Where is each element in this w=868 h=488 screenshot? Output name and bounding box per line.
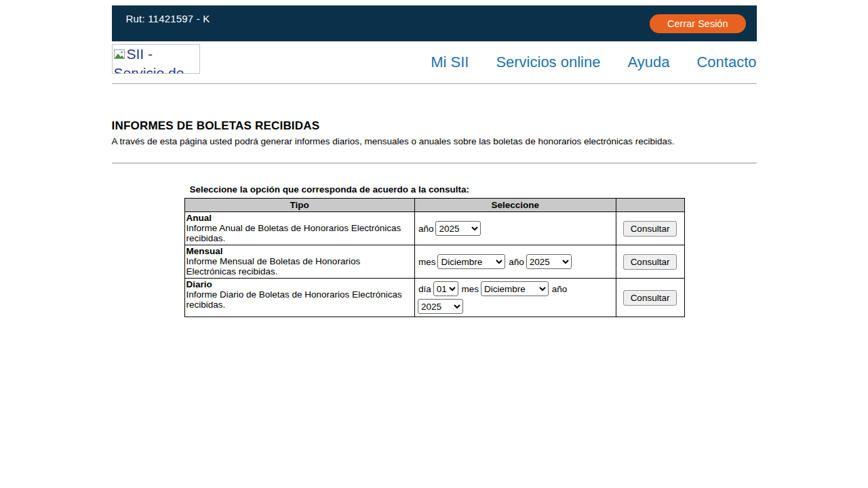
table-row-anual: AnualInforme Anual de Boletas de Honorar… xyxy=(184,212,684,245)
selection-prompt: Seleccione la opción que corresponda de … xyxy=(190,184,757,195)
table-row-mensual: MensualInforme Mensual de Boletas de Hon… xyxy=(184,245,684,279)
row-type-cell: AnualInforme Anual de Boletas de Honorar… xyxy=(184,212,414,245)
row-controls-cell: día01 mesDiciembre año2025 xyxy=(414,279,616,317)
row-type-description: Informe Mensual de Boletas de Honorarios… xyxy=(186,256,361,277)
site-header: SII - Servicio de Mi SII Servicios onlin… xyxy=(112,41,757,84)
divider xyxy=(112,163,757,164)
row-button-cell: Consultar xyxy=(616,245,684,279)
sii-logo[interactable]: SII - Servicio de xyxy=(112,44,200,74)
table-row-diario: DiarioInforme Diario de Boletas de Honor… xyxy=(184,279,684,317)
month-select-diario[interactable]: Diciembre xyxy=(481,281,549,296)
session-topbar: Rut: 11421597 - K Cerrar Sesión xyxy=(112,5,757,41)
main-nav: Mi SII Servicios online Ayuda Contacto xyxy=(431,54,756,71)
nav-contacto[interactable]: Contacto xyxy=(696,54,756,71)
page-title: INFORMES DE BOLETAS RECIBIDAS xyxy=(112,119,757,133)
year-select-mensual[interactable]: 2025 xyxy=(526,254,572,269)
nav-mi-sii[interactable]: Mi SII xyxy=(431,54,469,71)
report-options-table: Tipo Seleccione AnualInforme Anual de Bo… xyxy=(184,198,685,317)
page-container: Rut: 11421597 - K Cerrar Sesión SII - Se… xyxy=(112,5,757,317)
header-empty xyxy=(616,199,684,212)
month-label: mes xyxy=(418,257,436,267)
row-type-cell: MensualInforme Mensual de Boletas de Hon… xyxy=(184,245,414,279)
page-description: A través de esta página usted podrá gene… xyxy=(112,136,757,146)
rut-label: Rut: 11421597 - K xyxy=(126,13,210,24)
year-label: año xyxy=(418,224,434,234)
year-select-diario[interactable]: 2025 xyxy=(418,299,463,314)
broken-image-icon xyxy=(114,47,126,64)
row-type-cell: DiarioInforme Diario de Boletas de Honor… xyxy=(184,279,414,317)
nav-servicios-online[interactable]: Servicios online xyxy=(496,54,600,71)
row-type-description: Informe Diario de Boletas de Honorarios … xyxy=(186,289,402,310)
header-seleccione: Seleccione xyxy=(414,199,616,212)
row-button-cell: Consultar xyxy=(616,279,684,317)
month-select-mensual[interactable]: Diciembre xyxy=(437,254,505,269)
row-controls-cell: año2025 xyxy=(414,212,616,245)
consultar-button-anual[interactable]: Consultar xyxy=(623,221,677,237)
consultar-button-mensual[interactable]: Consultar xyxy=(623,254,677,270)
day-select-diario[interactable]: 01 xyxy=(433,281,458,296)
table-header-row: Tipo Seleccione xyxy=(184,199,684,212)
year-label: año xyxy=(509,257,524,267)
month-label: mes xyxy=(461,284,479,294)
consultar-button-diario[interactable]: Consultar xyxy=(623,290,677,306)
row-type-label: Diario xyxy=(186,279,412,289)
logout-button[interactable]: Cerrar Sesión xyxy=(650,14,745,33)
year-label: año xyxy=(552,284,568,294)
year-select-anual[interactable]: 2025 xyxy=(435,221,481,236)
row-type-description: Informe Anual de Boletas de Honorarios E… xyxy=(186,223,401,243)
row-type-label: Anual xyxy=(186,213,412,223)
row-controls-cell: mesDiciembre año2025 xyxy=(414,245,616,279)
day-label: día xyxy=(418,284,431,294)
row-button-cell: Consultar xyxy=(616,212,684,245)
nav-ayuda[interactable]: Ayuda xyxy=(627,54,669,71)
header-tipo: Tipo xyxy=(184,199,414,212)
row-type-label: Mensual xyxy=(186,246,412,256)
